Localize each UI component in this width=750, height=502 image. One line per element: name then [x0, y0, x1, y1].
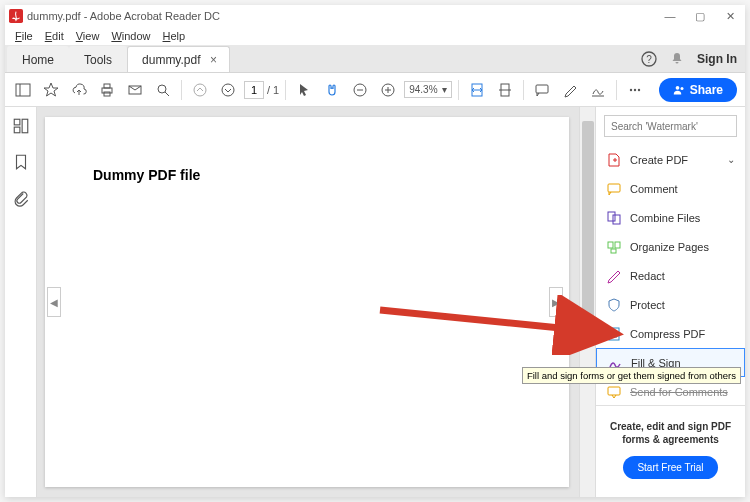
fit-width-icon[interactable] [465, 78, 489, 102]
thumbnails-icon[interactable] [12, 117, 30, 135]
mail-icon[interactable] [123, 78, 147, 102]
search-input[interactable] [604, 115, 737, 137]
tab-document[interactable]: dummy.pdf × [127, 46, 229, 72]
separator [458, 80, 459, 100]
tool-combine-files[interactable]: Combine Files [596, 203, 745, 232]
fit-page-icon[interactable] [493, 78, 517, 102]
search-icon[interactable] [151, 78, 175, 102]
zoom-dropdown[interactable]: 94.3%▾ [404, 81, 451, 98]
tab-home[interactable]: Home [7, 46, 69, 72]
help-icon[interactable]: ? [641, 51, 657, 67]
left-rail [5, 107, 37, 497]
star-icon[interactable] [39, 78, 63, 102]
bookmark-icon[interactable] [12, 153, 30, 171]
page-next-button[interactable]: ▶ [549, 287, 563, 317]
svg-point-9 [158, 85, 166, 93]
tab-document-label: dummy.pdf [142, 53, 200, 67]
fill-sign-tooltip: Fill and sign forms or get them signed f… [522, 367, 741, 384]
page-indicator: / 1 [244, 81, 279, 99]
tab-tools[interactable]: Tools [69, 46, 127, 72]
main-area: ◀ Dummy PDF file ▶ Create PDF⌄CommentCom… [5, 107, 745, 497]
menu-window[interactable]: Window [107, 30, 154, 42]
tool-icon [606, 384, 622, 400]
document-page: Dummy PDF file [45, 117, 569, 487]
svg-point-27 [680, 87, 683, 90]
page-total: 1 [273, 84, 279, 96]
svg-rect-36 [611, 249, 616, 253]
menu-file[interactable]: File [11, 30, 37, 42]
cloud-upload-icon[interactable] [67, 78, 91, 102]
comment-icon[interactable] [530, 78, 554, 102]
tool-icon [606, 326, 622, 342]
tool-icon [606, 210, 622, 226]
page-down-icon[interactable] [216, 78, 240, 102]
svg-rect-30 [22, 119, 28, 133]
share-label: Share [690, 83, 723, 97]
document-area: ◀ Dummy PDF file ▶ [37, 107, 595, 497]
tool-comment[interactable]: Comment [596, 174, 745, 203]
vertical-scrollbar[interactable] [579, 107, 595, 497]
tool-label: Redact [630, 270, 665, 282]
hand-icon[interactable] [320, 78, 344, 102]
page-up-icon[interactable] [188, 78, 212, 102]
svg-rect-33 [613, 215, 620, 224]
bell-icon[interactable] [669, 51, 685, 67]
menu-view[interactable]: View [72, 30, 104, 42]
separator [181, 80, 182, 100]
chevron-down-icon: ▾ [442, 84, 447, 95]
sign-icon[interactable] [586, 78, 610, 102]
tool-protect[interactable]: Protect [596, 290, 745, 319]
tool-organize-pages[interactable]: Organize Pages [596, 232, 745, 261]
more-icon[interactable] [623, 78, 647, 102]
svg-rect-28 [14, 119, 20, 125]
tool-icon [606, 268, 622, 284]
signin-button[interactable]: Sign In [697, 52, 737, 66]
scrollbar-thumb[interactable] [582, 121, 594, 321]
svg-point-23 [629, 88, 631, 90]
zoom-out-icon[interactable] [348, 78, 372, 102]
share-button[interactable]: Share [659, 78, 737, 102]
attachment-icon[interactable] [12, 189, 30, 207]
highlight-icon[interactable] [558, 78, 582, 102]
window-controls: — ▢ ✕ [655, 5, 745, 27]
page-prev-button[interactable]: ◀ [47, 287, 61, 317]
svg-line-10 [165, 92, 169, 96]
tool-compress-pdf[interactable]: Compress PDF [596, 319, 745, 348]
tab-close-button[interactable]: × [207, 53, 221, 67]
tool-redact[interactable]: Redact [596, 261, 745, 290]
tool-create-pdf[interactable]: Create PDF⌄ [596, 145, 745, 174]
tabbar: Home Tools dummy.pdf × ? Sign In [5, 45, 745, 73]
zoom-in-icon[interactable] [376, 78, 400, 102]
minimize-button[interactable]: — [655, 5, 685, 27]
tool-label: Comment [630, 183, 678, 195]
promo-text: Create, edit and sign PDF forms & agreem… [606, 420, 735, 446]
tool-icon [606, 239, 622, 255]
sidebar-toggle-button[interactable] [11, 78, 35, 102]
svg-rect-21 [536, 85, 548, 93]
page-current-input[interactable] [244, 81, 264, 99]
menu-edit[interactable]: Edit [41, 30, 68, 42]
search-container [604, 115, 737, 137]
close-window-button[interactable]: ✕ [715, 5, 745, 27]
start-free-trial-button[interactable]: Start Free Trial [623, 456, 717, 479]
svg-rect-35 [615, 242, 620, 248]
svg-point-11 [194, 84, 206, 96]
svg-point-26 [675, 85, 679, 89]
toolbar: / 1 94.3%▾ Share [5, 73, 745, 107]
menu-help[interactable]: Help [159, 30, 190, 42]
pointer-icon[interactable] [292, 78, 316, 102]
header-right: ? Sign In [641, 45, 737, 72]
print-icon[interactable] [95, 78, 119, 102]
titlebar: dummy.pdf - Adobe Acrobat Reader DC — ▢ … [5, 5, 745, 27]
tool-label: Combine Files [630, 212, 700, 224]
svg-rect-37 [609, 328, 619, 340]
svg-rect-6 [104, 84, 110, 88]
window-title: dummy.pdf - Adobe Acrobat Reader DC [27, 10, 220, 22]
maximize-button[interactable]: ▢ [685, 5, 715, 27]
tool-icon [606, 152, 622, 168]
tool-label: Send for Comments [630, 386, 728, 398]
separator [285, 80, 286, 100]
svg-rect-32 [608, 212, 615, 221]
acrobat-icon [9, 9, 23, 23]
tool-icon [606, 297, 622, 313]
